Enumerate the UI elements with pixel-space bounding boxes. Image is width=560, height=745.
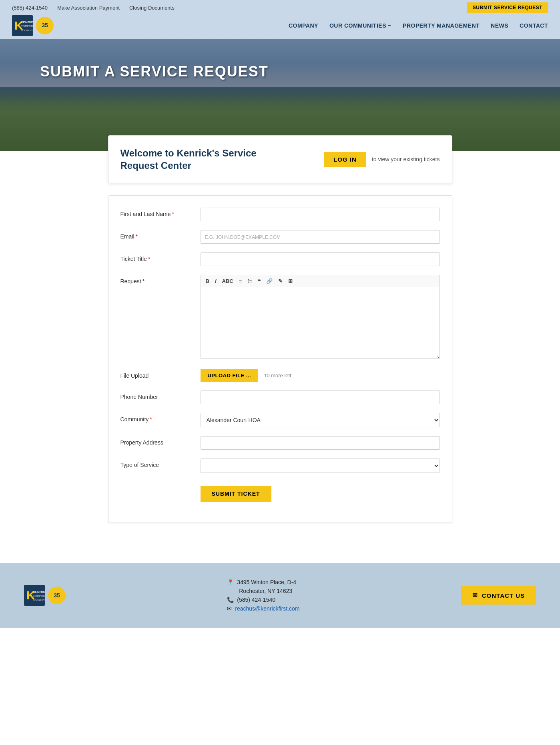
ticket-title-row: Ticket Title* [120, 252, 440, 266]
welcome-title: Welcome to Kenrick's ServiceRequest Cent… [120, 147, 257, 172]
top-bar-left: (585) 424-1540 Make Association Payment … [12, 5, 175, 11]
property-address-input[interactable] [201, 436, 440, 450]
svg-text:CORPORATION: CORPORATION [33, 595, 45, 597]
request-label: Request* [120, 275, 201, 284]
submit-service-request-button[interactable]: SUBMIT SERVICE REQUEST [467, 2, 548, 13]
svg-text:CORPORATION: CORPORATION [21, 25, 33, 28]
toolbar-italic[interactable]: I [213, 277, 218, 285]
name-label: First and Last Name* [120, 208, 201, 217]
kenrick-logo-icon: K KENRICK CORPORATION ROCHESTER, NY [12, 15, 33, 36]
name-field [201, 208, 440, 221]
community-label: Community* [120, 413, 201, 423]
file-upload-field: UPLOAD FILE ... 10 more left [201, 369, 440, 382]
name-required: * [172, 211, 174, 217]
phone-number: (585) 424-1540 [12, 5, 48, 11]
hero-title: SUBMIT A SERVICE REQUEST [0, 39, 269, 80]
property-address-label: Property Address [120, 436, 201, 446]
nav-contact[interactable]: CONTACT [520, 22, 548, 29]
submit-field: SUBMIT TICKET [201, 482, 440, 502]
property-address-row: Property Address [120, 436, 440, 450]
upload-file-button[interactable]: UPLOAD FILE ... [201, 369, 259, 382]
property-address-field [201, 436, 440, 450]
submit-ticket-button[interactable]: SUBMIT TICKET [201, 486, 271, 502]
upload-row: UPLOAD FILE ... 10 more left [201, 369, 440, 382]
footer-email-row: ✉ reachus@kenrickfirst.com [227, 605, 299, 612]
svg-text:KENRICK: KENRICK [33, 590, 45, 594]
footer-phone-row: 📞 (585) 424-1540 [227, 597, 299, 603]
toolbar-link[interactable]: 🔗 [265, 277, 274, 285]
nav-links: COMPANY OUR COMMUNITIES ~ PROPERTY MANAG… [289, 22, 548, 29]
file-upload-label: File Upload [120, 369, 201, 379]
name-row: First and Last Name* [120, 208, 440, 221]
request-textarea[interactable] [201, 287, 440, 359]
toolbar-bold[interactable]: B [204, 277, 211, 285]
request-required: * [143, 278, 145, 284]
type-of-service-label: Type of Service [120, 459, 201, 468]
top-bar-right: SUBMIT SERVICE REQUEST [467, 2, 548, 13]
footer: K KENRICK CORPORATION ROCHESTER, NY 35 📍… [0, 563, 560, 628]
footer-address-line2: Rochester, NY 14623 [239, 588, 292, 594]
ticket-title-label: Ticket Title* [120, 252, 201, 262]
svg-text:ROCHESTER, NY: ROCHESTER, NY [33, 599, 45, 601]
footer-logo: K KENRICK CORPORATION ROCHESTER, NY 35 [24, 585, 66, 606]
submit-row: SUBMIT TICKET [120, 482, 440, 502]
email-row: Email* [120, 230, 440, 244]
toolbar-unordered-list[interactable]: ⁝≡ [246, 277, 254, 285]
footer-city-row: Rochester, NY 14623 [227, 588, 299, 594]
contact-us-button[interactable]: ✉ CONTACT US [461, 586, 536, 605]
welcome-card: Welcome to Kenrick's ServiceRequest Cent… [108, 135, 452, 183]
email-field [201, 230, 440, 244]
top-bar: (585) 424-1540 Make Association Payment … [0, 0, 560, 15]
footer-kenrick-logo-icon: K KENRICK CORPORATION ROCHESTER, NY [24, 585, 45, 606]
contact-us-label: CONTACT US [482, 592, 525, 599]
ticket-title-input[interactable] [201, 252, 440, 266]
logo[interactable]: K KENRICK CORPORATION ROCHESTER, NY 35 [12, 15, 54, 36]
email-label: Email* [120, 230, 201, 240]
name-input[interactable] [201, 208, 440, 221]
community-row: Community* Alexander Court HOA [120, 413, 440, 427]
log-in-button[interactable]: LOG IN [324, 152, 366, 167]
footer-info: 📍 3495 Winton Place, D-4 Rochester, NY 1… [227, 579, 299, 612]
service-request-form: First and Last Name* Email* Ticket Title… [108, 195, 452, 523]
email-input[interactable] [201, 230, 440, 244]
contact-us-email-icon: ✉ [472, 592, 478, 599]
toolbar-table[interactable]: ⊞ [287, 277, 294, 285]
view-tickets-text: to view your existing tickets [372, 156, 440, 162]
footer-phone: (585) 424-1540 [237, 597, 275, 603]
phone-row: Phone Number [120, 391, 440, 404]
community-select[interactable]: Alexander Court HOA [201, 413, 440, 427]
footer-address-line1: 3495 Winton Place, D-4 [237, 579, 296, 585]
welcome-right: LOG IN to view your existing tickets [324, 152, 440, 167]
location-icon: 📍 [227, 579, 234, 585]
nav-communities[interactable]: OUR COMMUNITIES ~ [329, 22, 391, 29]
nav-news[interactable]: NEWS [491, 22, 508, 29]
ticket-title-required: * [148, 256, 150, 262]
type-of-service-field [201, 459, 440, 473]
email-required: * [136, 233, 138, 240]
payment-link[interactable]: Make Association Payment [57, 5, 120, 11]
svg-text:KENRICK: KENRICK [21, 20, 33, 24]
footer-anniversary-badge: 35 [48, 587, 66, 604]
type-of-service-row: Type of Service [120, 459, 440, 473]
footer-email-link[interactable]: reachus@kenrickfirst.com [235, 605, 299, 612]
toolbar-edit[interactable]: ✎ [277, 277, 284, 285]
file-upload-row: File Upload UPLOAD FILE ... 10 more left [120, 369, 440, 382]
toolbar-strikethrough[interactable]: ABC [221, 277, 235, 285]
toolbar-blockquote[interactable]: ❝ [256, 277, 262, 285]
phone-field [201, 391, 440, 404]
toolbar-ordered-list[interactable]: ≡ [237, 277, 244, 285]
hero-section: SUBMIT A SERVICE REQUEST [0, 39, 560, 151]
phone-input[interactable] [201, 391, 440, 404]
nav-property[interactable]: PROPERTY MANAGEMENT [403, 22, 480, 29]
svg-text:ROCHESTER, NY: ROCHESTER, NY [21, 29, 33, 32]
ticket-title-field [201, 252, 440, 266]
community-required: * [150, 416, 152, 423]
type-of-service-select[interactable] [201, 459, 440, 473]
nav-bar: K KENRICK CORPORATION ROCHESTER, NY 35 C… [0, 15, 560, 39]
closing-link[interactable]: Closing Documents [129, 5, 175, 11]
request-row: Request* B I ABC ≡ ⁝≡ ❝ 🔗 ✎ ⊞ [120, 275, 440, 360]
nav-company[interactable]: COMPANY [289, 22, 318, 29]
phone-icon: 📞 [227, 597, 234, 603]
submit-spacer [120, 482, 201, 485]
community-field: Alexander Court HOA [201, 413, 440, 427]
